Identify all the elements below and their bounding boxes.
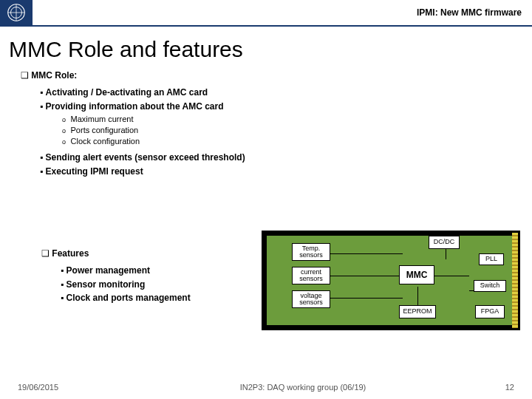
dg-box-temp: Temp. sensors [292,243,330,261]
bullet-item: Clock and ports management [61,292,191,304]
header-bar: IPMI: New MMC firmware [0,0,532,27]
dg-box-dcdc: DC/DC [429,236,460,249]
section2: Features Power management Sensor monitor… [21,248,205,306]
section1-heading: MMC Role: [21,69,517,82]
sub-bullet-item: Clock configuration [62,136,517,147]
dg-line [329,276,403,276]
dg-connector [512,233,518,328]
dg-box-mmc: MMC [399,265,434,284]
content-area: MMC Role: Activating / De-activating an … [0,69,532,178]
header-title: IPMI: New MMC firmware [33,7,532,18]
dg-box-fpga: FPGA [475,305,505,318]
cern-logo-icon [5,1,27,24]
dg-line [432,276,469,276]
dg-line [329,253,403,254]
bullet-item: Sending alert events (sensor exceed thre… [40,151,517,164]
dg-box-eeprom: EEPROM [399,305,436,318]
dg-box-pll: PLL [479,253,504,265]
logo [0,0,33,26]
dg-box-switch: Switch [474,280,506,292]
bullet-item: Power management [61,265,191,277]
section2-heading: Features [41,248,191,260]
footer-page: 12 [470,383,514,392]
dg-box-current: current sensors [292,267,330,284]
dg-box-voltage: voltage sensors [292,290,330,308]
bullet-item: Sensor monitoring [61,279,191,291]
slide-title: MMC Role and features [0,27,532,69]
sub-bullet-item: Maximum current [62,114,517,125]
footer-date: 19/06/2015 [18,383,136,392]
bullet-item: Executing IPMI request [40,166,517,178]
bullet-item: Providing information about the AMC card [40,100,517,113]
block-diagram: DC/DC Temp. sensors current sensors volt… [262,231,520,330]
sub-bullet-item: Ports configuration [62,125,517,136]
bullet-item: Activating / De-activating an AMC card [40,86,517,99]
dg-line [329,298,403,299]
footer: 19/06/2015 IN2P3: DAQ working group (06/… [0,383,532,392]
footer-center: IN2P3: DAQ working group (06/19) [136,383,470,392]
